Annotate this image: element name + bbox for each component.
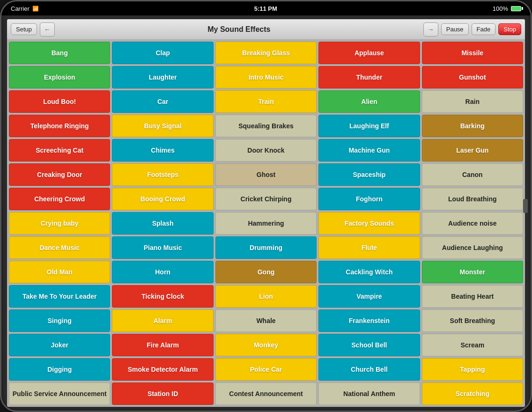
status-left: Carrier 📶 xyxy=(11,5,39,12)
sound-cell[interactable]: National Anthem xyxy=(318,383,420,405)
sound-cell[interactable]: Lion xyxy=(215,285,317,308)
pause-button[interactable]: Pause xyxy=(441,23,469,35)
sound-cell[interactable]: Cackling Witch xyxy=(318,261,420,283)
sound-cell[interactable]: Audience noise xyxy=(422,212,523,235)
sound-cell[interactable]: Beating Heart xyxy=(422,285,523,308)
sound-cell[interactable]: Canon xyxy=(422,163,523,186)
status-bar: Carrier 📶 5:11 PM 100% xyxy=(1,1,531,15)
sound-cell[interactable]: Horn xyxy=(112,261,213,283)
sound-cell[interactable]: Machine Gun xyxy=(318,139,420,162)
toolbar: Setup ← My Sound Effects → Pause Fade St… xyxy=(7,19,525,40)
sound-cell[interactable]: Screeching Cat xyxy=(9,139,110,162)
sound-cell[interactable]: Factory Sounds xyxy=(318,212,420,235)
sound-cell[interactable]: Crying baby xyxy=(9,212,110,235)
sound-cell[interactable]: Police Car xyxy=(215,358,317,381)
sound-cell[interactable]: Whale xyxy=(215,309,317,332)
sound-cell[interactable]: Chimes xyxy=(112,139,213,162)
sound-cell[interactable]: Car xyxy=(112,90,213,113)
sound-cell[interactable]: Audience Laughing xyxy=(422,236,523,259)
sound-cell[interactable]: Explosion xyxy=(9,66,110,88)
sound-cell[interactable]: Vampire xyxy=(318,285,420,308)
toolbar-title: My Sound Effects xyxy=(58,25,421,34)
sound-cell[interactable]: Intro Music xyxy=(215,66,317,88)
sound-cell[interactable]: Digging xyxy=(9,358,110,381)
ipad-device: Carrier 📶 5:11 PM 100% Setup ← My Sound … xyxy=(0,0,532,412)
battery-label: 100% xyxy=(493,5,508,12)
sound-cell[interactable]: Tapping xyxy=(422,358,523,381)
sound-cell[interactable]: Loud Boo! xyxy=(9,90,110,113)
sound-cell[interactable]: Piano Music xyxy=(112,236,213,259)
sound-cell[interactable]: Telephone Ringing xyxy=(9,115,110,137)
sound-cell[interactable]: Booing Crowd xyxy=(112,188,213,210)
sound-cell[interactable]: Scream xyxy=(422,334,523,356)
sound-cell[interactable]: Missile xyxy=(422,42,523,64)
sound-cell[interactable]: Contest Announcement xyxy=(215,383,317,405)
wifi-icon: 📶 xyxy=(32,6,39,12)
sound-cell[interactable]: Smoke Detector Alarm xyxy=(112,358,213,381)
sound-cell[interactable]: Take Me To Your Leader xyxy=(9,285,110,308)
sound-cell[interactable]: Cricket Chirping xyxy=(215,188,317,210)
sound-cell[interactable]: Clap xyxy=(112,42,213,64)
sound-cell[interactable]: Laughter xyxy=(112,66,213,88)
sound-cell[interactable]: Ghost xyxy=(215,163,317,186)
sound-cell[interactable]: Barking xyxy=(422,115,523,137)
sound-cell[interactable]: Busy Signal xyxy=(112,115,213,137)
sound-cell[interactable]: Gong xyxy=(215,261,317,283)
sound-cell[interactable]: Thunder xyxy=(318,66,420,88)
sound-cell[interactable]: Loud Breathing xyxy=(422,188,523,210)
sound-cell[interactable]: Bang xyxy=(9,42,110,64)
sound-cell[interactable]: Laughing Elf xyxy=(318,115,420,137)
sound-cell[interactable]: Splash xyxy=(112,212,213,235)
sound-cell[interactable]: Creaking Door xyxy=(9,163,110,186)
sound-cell[interactable]: Fire Alarm xyxy=(112,334,213,356)
sound-cell[interactable]: Scratching xyxy=(422,383,523,405)
fade-button[interactable]: Fade xyxy=(472,23,496,35)
stop-button[interactable]: Stop xyxy=(498,23,521,35)
sound-cell[interactable]: Joker xyxy=(9,334,110,356)
carrier-label: Carrier xyxy=(11,5,30,12)
sound-cell[interactable]: Foghorn xyxy=(318,188,420,210)
sound-cell[interactable]: Applause xyxy=(318,42,420,64)
sound-cell[interactable]: Ticking Clock xyxy=(112,285,213,308)
sound-cell[interactable]: Breaking Glass xyxy=(215,42,317,64)
sound-cell[interactable]: Alien xyxy=(318,90,420,113)
sound-cell[interactable]: Singing xyxy=(9,309,110,332)
sound-cell[interactable]: Drumming xyxy=(215,236,317,259)
sound-cell[interactable]: Spaceship xyxy=(318,163,420,186)
sound-cell[interactable]: Public Service Announcement xyxy=(9,383,110,405)
sound-cell[interactable]: Monster xyxy=(422,261,523,283)
sound-cell[interactable]: Station ID xyxy=(112,383,213,405)
screen: Setup ← My Sound Effects → Pause Fade St… xyxy=(7,19,525,407)
battery-icon xyxy=(511,6,521,11)
back-button[interactable]: ← xyxy=(40,22,55,37)
sound-cell[interactable]: Cheering Crowd xyxy=(9,188,110,210)
sound-cell[interactable]: Hammering xyxy=(215,212,317,235)
sound-cell[interactable]: Laser Gun xyxy=(422,139,523,162)
setup-button[interactable]: Setup xyxy=(11,23,37,35)
sound-cell[interactable]: Flute xyxy=(318,236,420,259)
sound-cell[interactable]: Footsteps xyxy=(112,163,213,186)
sound-cell[interactable]: Rain xyxy=(422,90,523,113)
sound-cell[interactable]: Door Knock xyxy=(215,139,317,162)
side-button xyxy=(523,199,528,213)
sound-grid-container: BangClapBreaking GlassApplauseMissileExp… xyxy=(7,40,525,407)
sound-cell[interactable]: Gunshot xyxy=(422,66,523,88)
sound-grid: BangClapBreaking GlassApplauseMissileExp… xyxy=(9,42,523,405)
status-right: 100% xyxy=(493,5,521,12)
sound-cell[interactable]: Dance Music xyxy=(9,236,110,259)
sound-cell[interactable]: Train xyxy=(215,90,317,113)
forward-button[interactable]: → xyxy=(423,22,438,37)
sound-cell[interactable]: Soft Breathing xyxy=(422,309,523,332)
sound-cell[interactable]: Squealing Brakes xyxy=(215,115,317,137)
sound-cell[interactable]: School Bell xyxy=(318,334,420,356)
sound-cell[interactable]: Frankenstein xyxy=(318,309,420,332)
sound-cell[interactable]: Alarm xyxy=(112,309,213,332)
status-time: 5:11 PM xyxy=(254,5,277,12)
sound-cell[interactable]: Monkey xyxy=(215,334,317,356)
sound-cell[interactable]: Old Man xyxy=(9,261,110,283)
sound-cell[interactable]: Church Bell xyxy=(318,358,420,381)
